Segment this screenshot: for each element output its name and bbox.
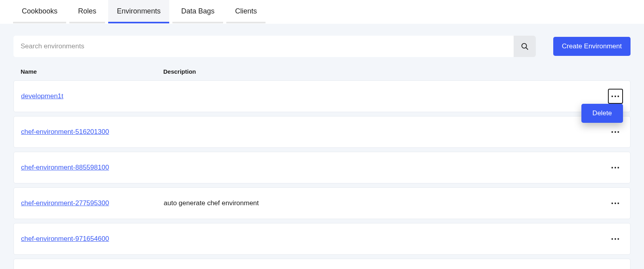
table-row: chef-environment-885598100 ··· xyxy=(13,152,631,183)
more-actions-button[interactable]: ··· xyxy=(608,231,623,246)
search-input[interactable] xyxy=(13,36,514,57)
environment-link[interactable]: chef-environment-885598100 xyxy=(21,164,109,171)
environment-link[interactable]: chef-environment-277595300 xyxy=(21,199,109,207)
search-button[interactable] xyxy=(514,36,536,57)
tab-clients[interactable]: Clients xyxy=(226,0,266,23)
more-actions-button[interactable]: ··· xyxy=(608,124,623,139)
column-header-actions xyxy=(600,68,623,75)
table-row: chef-environment-516201300 ··· xyxy=(13,116,631,148)
table-body: developmen1t ··· Delete chef-environment… xyxy=(13,80,631,269)
table-row: chef-environment-971654600 ··· xyxy=(13,223,631,255)
tab-cookbooks[interactable]: Cookbooks xyxy=(13,0,66,23)
environment-link[interactable]: developmen1t xyxy=(21,92,63,100)
column-header-name: Name xyxy=(21,68,163,75)
toolbar: Create Environment xyxy=(13,36,631,57)
table-row: developmen1t ··· Delete xyxy=(13,80,631,112)
more-actions-button[interactable]: ··· xyxy=(608,196,623,211)
tab-roles[interactable]: Roles xyxy=(69,0,105,23)
environment-description: auto generate chef environment xyxy=(164,199,599,207)
table-header: Name Description xyxy=(13,68,631,80)
search-wrap xyxy=(13,36,536,57)
create-environment-button[interactable]: Create Environment xyxy=(553,37,631,56)
search-icon xyxy=(520,42,529,51)
column-header-description: Description xyxy=(163,68,600,75)
table-row: chef-environment-366047700 ··· xyxy=(13,259,631,269)
more-actions-button[interactable]: ··· xyxy=(608,89,623,104)
table-row: chef-environment-277595300 auto generate… xyxy=(13,187,631,219)
content-area: Create Environment Name Description deve… xyxy=(0,24,644,269)
delete-menu-item[interactable]: Delete xyxy=(581,104,623,123)
svg-line-1 xyxy=(526,48,528,50)
environment-link[interactable]: chef-environment-516201300 xyxy=(21,128,109,135)
tab-bar: Cookbooks Roles Environments Data Bags C… xyxy=(0,0,644,24)
environment-link[interactable]: chef-environment-971654600 xyxy=(21,235,109,242)
more-actions-button[interactable]: ··· xyxy=(608,267,623,269)
more-actions-button[interactable]: ··· xyxy=(608,160,623,175)
tab-environments[interactable]: Environments xyxy=(108,0,169,23)
tab-data-bags[interactable]: Data Bags xyxy=(172,0,223,23)
svg-point-0 xyxy=(522,44,526,48)
